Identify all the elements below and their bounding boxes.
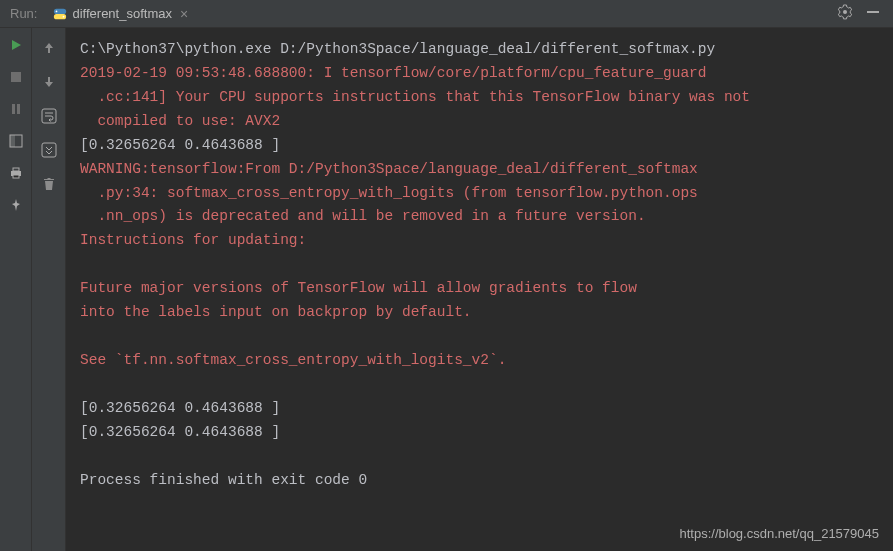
console-line: C:\Python37\python.exe D:/Python3Space/l…	[80, 38, 879, 62]
down-arrow-icon[interactable]	[37, 70, 61, 94]
soft-wrap-icon[interactable]	[37, 104, 61, 128]
watermark-text: https://blog.csdn.net/qq_21579045	[680, 526, 880, 541]
minimize-icon[interactable]	[865, 4, 881, 24]
scroll-to-end-icon[interactable]	[37, 138, 61, 162]
gear-icon[interactable]	[837, 4, 853, 24]
console-line: .cc:141] Your CPU supports instructions …	[80, 86, 879, 110]
console-line	[80, 373, 879, 397]
layout-icon[interactable]	[9, 134, 23, 152]
tab-title: different_softmax	[72, 6, 171, 21]
run-icon[interactable]	[9, 38, 23, 56]
svg-rect-5	[11, 72, 21, 82]
svg-rect-7	[17, 104, 20, 114]
console-line	[80, 325, 879, 349]
svg-rect-6	[12, 104, 15, 114]
run-gutter	[0, 28, 32, 551]
console-toolbar	[32, 28, 66, 551]
run-panel-header: Run: different_softmax ×	[0, 0, 893, 28]
run-tab[interactable]: different_softmax ×	[45, 0, 196, 27]
console-line: [0.32656264 0.4643688 ]	[80, 397, 879, 421]
svg-point-2	[56, 10, 58, 12]
svg-rect-9	[10, 135, 15, 147]
python-file-icon	[53, 7, 67, 21]
console-line: Process finished with exit code 0	[80, 469, 879, 493]
trash-icon[interactable]	[37, 172, 61, 196]
console-line	[80, 253, 879, 277]
svg-point-3	[63, 15, 65, 17]
run-panel-body: C:\Python37\python.exe D:/Python3Space/l…	[0, 28, 893, 551]
console-line: [0.32656264 0.4643688 ]	[80, 421, 879, 445]
console-line	[80, 445, 879, 469]
svg-rect-12	[13, 175, 19, 178]
console-line: [0.32656264 0.4643688 ]	[80, 134, 879, 158]
close-tab-icon[interactable]: ×	[180, 6, 188, 22]
console-line: WARNING:tensorflow:From D:/Python3Space/…	[80, 158, 879, 182]
console-line: 2019-02-19 09:53:48.688800: I tensorflow…	[80, 62, 879, 86]
console-line: .nn_ops) is deprecated and will be remov…	[80, 205, 879, 229]
stop-icon[interactable]	[9, 70, 23, 88]
svg-rect-4	[867, 11, 879, 13]
console-line: Instructions for updating:	[80, 229, 879, 253]
svg-rect-11	[13, 168, 19, 171]
pin-icon[interactable]	[9, 198, 23, 216]
console-line: compiled to use: AVX2	[80, 110, 879, 134]
console-line: Future major versions of TensorFlow will…	[80, 277, 879, 301]
print-icon[interactable]	[9, 166, 23, 184]
console-output[interactable]: C:\Python37\python.exe D:/Python3Space/l…	[66, 28, 893, 551]
console-line: .py:34: softmax_cross_entropy_with_logit…	[80, 182, 879, 206]
pause-icon[interactable]	[9, 102, 23, 120]
console-line: See `tf.nn.softmax_cross_entropy_with_lo…	[80, 349, 879, 373]
up-arrow-icon[interactable]	[37, 36, 61, 60]
console-line: into the labels input on backprop by def…	[80, 301, 879, 325]
run-label: Run:	[0, 6, 45, 21]
